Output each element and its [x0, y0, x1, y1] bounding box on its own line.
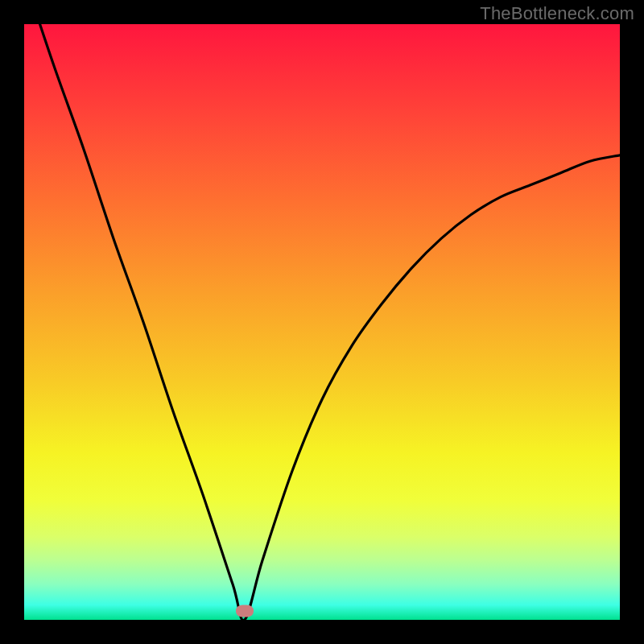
chart-frame: TheBottleneck.com	[0, 0, 644, 644]
watermark-text: TheBottleneck.com	[480, 3, 634, 24]
chart-svg	[24, 24, 620, 620]
plot-area	[24, 24, 620, 620]
optimal-point-marker	[236, 605, 254, 617]
gradient-background	[24, 24, 620, 620]
